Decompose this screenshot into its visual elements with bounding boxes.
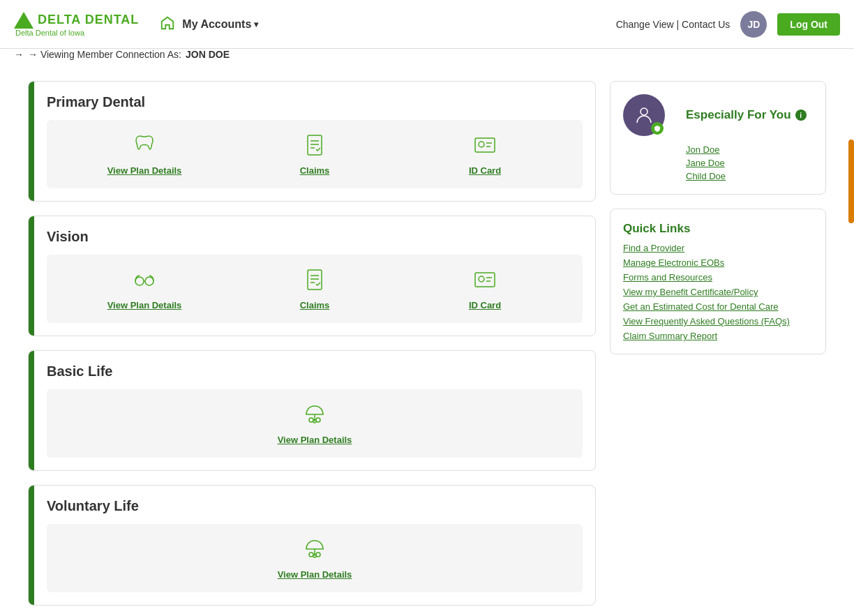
svg-point-23	[309, 553, 313, 557]
scroll-indicator[interactable]	[848, 140, 854, 223]
claims-link[interactable]: Claims	[300, 165, 330, 176]
svg-point-9	[145, 277, 153, 285]
change-view-link[interactable]: Change View	[616, 19, 674, 30]
svg-point-19	[309, 418, 313, 422]
plan-actions: View Plan Details	[47, 389, 583, 458]
vision-claims-link[interactable]: Claims	[300, 300, 330, 310]
quick-links-title: Quick Links	[623, 222, 813, 236]
basic-life-view-plan-link[interactable]: View Plan Details	[278, 435, 352, 445]
voluntary-life-view-plan-action[interactable]: View Plan Details	[59, 536, 570, 580]
logo-brand: DELTA DENTAL	[38, 13, 139, 27]
viewing-name: JON DOE	[186, 49, 230, 60]
svg-point-26	[640, 108, 647, 115]
main-content: Primary Dental View Plan Details	[14, 70, 840, 616]
view-plan-details-action[interactable]: View Plan Details	[59, 133, 230, 176]
card-body: Voluntary Life	[34, 486, 595, 605]
member-avatar	[623, 94, 665, 136]
viewing-banner: → → Viewing Member Connection As: JON DO…	[14, 49, 840, 60]
quick-link-estimated-cost[interactable]: Get an Estimated Cost for Dental Care	[623, 301, 813, 312]
quick-links-list: Find a Provider Manage Electronic EOBs F…	[623, 243, 813, 341]
logo: DELTA DENTAL	[14, 12, 139, 29]
right-column: Especially For You i Jon Doe Jane Doe Ch…	[610, 81, 826, 616]
vision-view-plan-action[interactable]: View Plan Details	[59, 267, 230, 310]
voluntary-life-view-plan-link[interactable]: View Plan Details	[278, 569, 352, 580]
card-body: Primary Dental View Plan Details	[34, 82, 595, 201]
glasses-icon	[132, 267, 157, 294]
basic-life-card: Basic Life	[28, 350, 596, 471]
card-body: Vision	[34, 216, 595, 336]
especially-title-text: Especially For You	[686, 108, 791, 122]
plan-title: Voluntary Life	[47, 498, 583, 514]
vision-claims-icon	[302, 267, 327, 294]
especially-links: Jon Doe Jane Doe Child Doe	[686, 144, 813, 181]
logout-button[interactable]: Log Out	[777, 13, 840, 36]
card-border-accent	[29, 486, 34, 605]
vision-idcard-icon	[472, 267, 497, 294]
svg-point-8	[135, 277, 144, 285]
my-accounts-nav[interactable]: My Accounts ▾	[182, 18, 258, 31]
quick-link-claim-summary[interactable]: Claim Summary Report	[623, 331, 813, 341]
svg-point-20	[316, 418, 320, 422]
home-nav-button[interactable]	[160, 15, 175, 33]
quick-link-forms[interactable]: Forms and Resources	[623, 272, 813, 283]
svg-rect-14	[475, 273, 495, 287]
logo-text: DELTA DENTAL	[38, 13, 139, 27]
viewing-arrow-icon: →	[14, 49, 24, 60]
viewing-prefix: → Viewing Member Connection As:	[28, 49, 181, 60]
pipe-separator: |	[677, 19, 682, 30]
vision-id-card-link[interactable]: ID Card	[469, 300, 501, 310]
svg-point-5	[479, 142, 484, 147]
claims-action[interactable]: Claims	[230, 133, 400, 176]
vision-card: Vision	[28, 216, 596, 336]
umbrella-people-icon	[302, 402, 327, 429]
quick-link-manage-eobs[interactable]: Manage Electronic EOBs	[623, 257, 813, 268]
vision-id-card-action[interactable]: ID Card	[400, 267, 570, 310]
plan-title: Vision	[47, 229, 583, 245]
plan-title: Primary Dental	[47, 94, 583, 110]
svg-point-24	[316, 553, 320, 557]
header: DELTA DENTAL Delta Dental of Iowa My Acc…	[0, 0, 854, 49]
quick-links-card: Quick Links Find a Provider Manage Elect…	[610, 209, 826, 354]
especially-title-area: Especially For You i	[686, 108, 807, 122]
claims-icon	[302, 133, 327, 160]
svg-rect-10	[308, 270, 322, 290]
avatar: JD	[740, 11, 767, 38]
logo-area: DELTA DENTAL Delta Dental of Iowa	[14, 12, 139, 37]
id-card-link[interactable]: ID Card	[469, 165, 501, 176]
left-column: Primary Dental View Plan Details	[28, 81, 596, 616]
id-card-action[interactable]: ID Card	[400, 133, 570, 176]
quick-link-faqs[interactable]: View Frequently Asked Questions (FAQs)	[623, 316, 813, 326]
shield-badge-icon	[651, 122, 664, 135]
vision-claims-action[interactable]: Claims	[230, 267, 400, 310]
plan-title: Basic Life	[47, 363, 583, 380]
avatar-initials: JD	[747, 19, 760, 30]
especially-for-you-card: Especially For You i Jon Doe Jane Doe Ch…	[610, 81, 826, 195]
info-icon[interactable]: i	[795, 110, 807, 121]
svg-rect-0	[308, 135, 322, 155]
contact-us-link[interactable]: Contact Us	[682, 19, 730, 30]
basic-life-view-plan-action[interactable]: View Plan Details	[59, 402, 570, 445]
member-link-child[interactable]: Child Doe	[686, 171, 813, 181]
voluntary-umbrella-icon	[302, 536, 327, 564]
quick-link-find-provider[interactable]: Find a Provider	[623, 243, 813, 253]
card-body: Basic Life	[34, 351, 595, 470]
especially-title: Especially For You i	[686, 108, 807, 122]
idcard-icon	[472, 133, 497, 160]
header-right: Change View | Contact Us JD Log Out	[616, 11, 840, 38]
view-plan-details-link[interactable]: View Plan Details	[107, 165, 182, 176]
quick-link-benefit-certificate[interactable]: View my Benefit Certificate/Policy	[623, 287, 813, 297]
especially-header: Especially For You i	[623, 94, 813, 136]
card-border-accent	[29, 82, 34, 201]
plan-actions: View Plan Details	[47, 120, 583, 188]
my-accounts-label: My Accounts	[182, 18, 251, 31]
logo-triangle-icon	[14, 12, 33, 29]
member-link-jane[interactable]: Jane Doe	[686, 158, 813, 168]
svg-point-15	[479, 276, 484, 282]
chevron-down-icon: ▾	[254, 20, 258, 29]
voluntary-life-card: Voluntary Life	[28, 485, 596, 606]
member-link-jon[interactable]: Jon Doe	[686, 144, 813, 155]
header-links: Change View | Contact Us	[616, 19, 731, 30]
plan-actions: View Plan Details	[47, 524, 583, 592]
card-border-accent	[29, 216, 34, 336]
vision-view-plan-link[interactable]: View Plan Details	[107, 300, 182, 310]
